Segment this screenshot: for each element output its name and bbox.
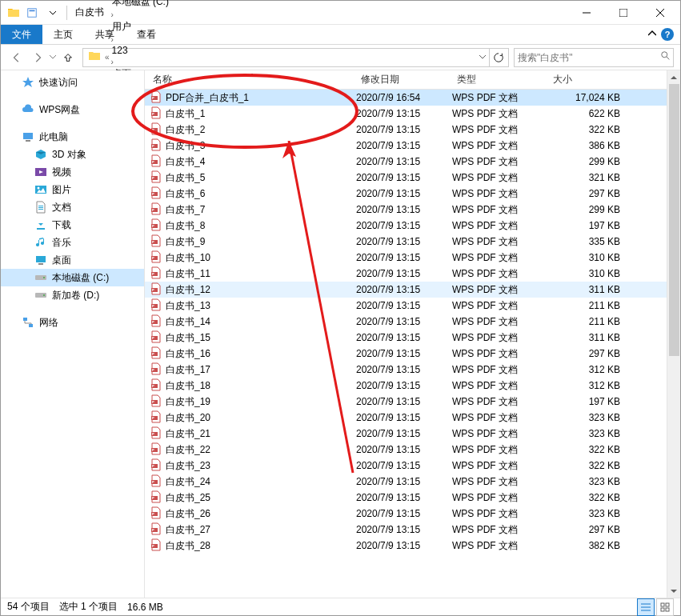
breadcrumb-item[interactable]: 123: [110, 45, 170, 56]
scroll-thumb[interactable]: [669, 84, 679, 356]
view-details-button[interactable]: [637, 598, 655, 616]
sidebar-item[interactable]: 新加卷 (D:): [1, 286, 144, 304]
sidebar-item[interactable]: 文档: [1, 198, 144, 216]
pdf-icon: P: [150, 266, 162, 282]
file-row[interactable]: P白皮书_10 2020/7/9 13:15 WPS PDF 文档 310 KB: [145, 250, 667, 266]
file-date: 2020/7/9 13:15: [356, 156, 452, 167]
file-name: 白皮书_18: [166, 379, 210, 393]
address-bar[interactable]: « ›本地磁盘 (C:)›用户›123›桌面›新建文件夹›白皮书: [82, 48, 509, 67]
file-date: 2020/7/9 13:15: [356, 188, 452, 199]
svg-rect-3: [619, 9, 627, 17]
chevron-left-icon[interactable]: «: [104, 53, 110, 62]
file-row[interactable]: P白皮书_13 2020/7/9 13:15 WPS PDF 文档 211 KB: [145, 298, 667, 314]
sidebar-item[interactable]: 桌面: [1, 251, 144, 269]
file-row[interactable]: P白皮书_28 2020/7/9 13:15 WPS PDF 文档 382 KB: [145, 538, 667, 554]
sidebar-item[interactable]: 本地磁盘 (C:): [1, 269, 144, 286]
maximize-button[interactable]: [605, 1, 642, 24]
file-row[interactable]: P白皮书_25 2020/7/9 13:15 WPS PDF 文档 322 KB: [145, 490, 667, 506]
qa-dropdown-icon[interactable]: [44, 4, 62, 22]
pdf-icon: P: [150, 346, 162, 362]
file-list[interactable]: PPDF合并_白皮书_1 2020/7/9 16:54 WPS PDF 文档 1…: [145, 90, 667, 598]
nav-up-button[interactable]: [58, 48, 78, 67]
search-icon[interactable]: [660, 50, 671, 64]
file-row[interactable]: P白皮书_24 2020/7/9 13:15 WPS PDF 文档 323 KB: [145, 474, 667, 490]
file-row[interactable]: P白皮书_7 2020/7/9 13:15 WPS PDF 文档 299 KB: [145, 202, 667, 218]
sidebar-this-pc[interactable]: 此电脑: [1, 128, 144, 146]
menubar: 文件 主页 共享 查看 ?: [1, 25, 680, 44]
file-row[interactable]: P白皮书_11 2020/7/9 13:15 WPS PDF 文档 310 KB: [145, 266, 667, 282]
column-headers: 名称 修改日期 类型 大小: [145, 70, 667, 90]
file-type: WPS PDF 文档: [452, 395, 548, 409]
column-date[interactable]: 修改日期: [356, 73, 452, 86]
file-name: 白皮书_5: [166, 171, 205, 185]
file-row[interactable]: P白皮书_1 2020/7/9 13:15 WPS PDF 文档 622 KB: [145, 106, 667, 122]
file-date: 2020/7/9 13:15: [356, 540, 452, 551]
file-date: 2020/7/9 13:15: [356, 252, 452, 263]
file-row[interactable]: P白皮书_6 2020/7/9 13:15 WPS PDF 文档 297 KB: [145, 186, 667, 202]
file-name: 白皮书_4: [166, 155, 205, 169]
sidebar-wps-cloud[interactable]: WPS网盘: [1, 101, 144, 118]
file-type: WPS PDF 文档: [452, 171, 548, 185]
sidebar-network[interactable]: 网络: [1, 314, 144, 331]
file-row[interactable]: PPDF合并_白皮书_1 2020/7/9 16:54 WPS PDF 文档 1…: [145, 90, 667, 106]
qa-properties-icon[interactable]: [23, 4, 41, 22]
chevron-right-icon[interactable]: ›: [110, 10, 114, 19]
search-input[interactable]: [518, 52, 670, 63]
file-row[interactable]: P白皮书_17 2020/7/9 13:15 WPS PDF 文档 312 KB: [145, 362, 667, 378]
file-row[interactable]: P白皮书_5 2020/7/9 13:15 WPS PDF 文档 321 KB: [145, 170, 667, 186]
address-dropdown[interactable]: [476, 55, 489, 60]
breadcrumb-item[interactable]: 用户: [110, 20, 170, 34]
file-row[interactable]: P白皮书_26 2020/7/9 13:15 WPS PDF 文档 323 KB: [145, 506, 667, 522]
column-type[interactable]: 类型: [452, 73, 548, 86]
file-row[interactable]: P白皮书_8 2020/7/9 13:15 WPS PDF 文档 197 KB: [145, 218, 667, 234]
chevron-right-icon[interactable]: ›: [110, 35, 114, 44]
sidebar-item[interactable]: 下载: [1, 216, 144, 234]
nav-back-button[interactable]: [7, 48, 26, 67]
scrollbar-vertical[interactable]: [667, 70, 680, 598]
file-row[interactable]: P白皮书_18 2020/7/9 13:15 WPS PDF 文档 312 KB: [145, 378, 667, 394]
scroll-down-button[interactable]: [667, 584, 680, 598]
pdf-icon: P: [150, 522, 162, 538]
file-row[interactable]: P白皮书_2 2020/7/9 13:15 WPS PDF 文档 322 KB: [145, 122, 667, 138]
nav-forward-button[interactable]: [28, 48, 47, 67]
file-row[interactable]: P白皮书_14 2020/7/9 13:15 WPS PDF 文档 211 KB: [145, 314, 667, 330]
nav-history-dropdown[interactable]: [49, 55, 57, 60]
sidebar-item[interactable]: 视频: [1, 163, 144, 181]
file-row[interactable]: P白皮书_27 2020/7/9 13:15 WPS PDF 文档 297 KB: [145, 522, 667, 538]
menu-home[interactable]: 主页: [42, 25, 84, 45]
view-icons-button[interactable]: [656, 598, 674, 616]
file-row[interactable]: P白皮书_22 2020/7/9 13:15 WPS PDF 文档 322 KB: [145, 442, 667, 458]
sidebar-item[interactable]: 音乐: [1, 234, 144, 251]
pdf-icon: P: [150, 202, 162, 218]
svg-text:P: P: [152, 144, 154, 148]
file-row[interactable]: P白皮书_21 2020/7/9 13:15 WPS PDF 文档 323 KB: [145, 426, 667, 442]
svg-rect-83: [666, 603, 669, 606]
file-row[interactable]: P白皮书_9 2020/7/9 13:15 WPS PDF 文档 335 KB: [145, 234, 667, 250]
search-box[interactable]: [514, 48, 674, 67]
menu-file[interactable]: 文件: [1, 25, 42, 44]
pdf-icon: P: [150, 378, 162, 394]
file-row[interactable]: P白皮书_12 2020/7/9 13:15 WPS PDF 文档 311 KB: [145, 282, 667, 298]
file-row[interactable]: P白皮书_3 2020/7/9 13:15 WPS PDF 文档 386 KB: [145, 138, 667, 154]
sidebar-item[interactable]: 图片: [1, 181, 144, 198]
file-row[interactable]: P白皮书_16 2020/7/9 13:15 WPS PDF 文档 297 KB: [145, 346, 667, 362]
chevron-right-icon[interactable]: ›: [110, 58, 114, 66]
file-row[interactable]: P白皮书_15 2020/7/9 13:15 WPS PDF 文档 311 KB: [145, 330, 667, 346]
sidebar-quick-access[interactable]: 快速访问: [1, 74, 144, 91]
file-row[interactable]: P白皮书_20 2020/7/9 13:15 WPS PDF 文档 323 KB: [145, 410, 667, 426]
column-name[interactable]: 名称: [148, 73, 356, 86]
close-button[interactable]: [642, 1, 679, 24]
file-row[interactable]: P白皮书_19 2020/7/9 13:15 WPS PDF 文档 197 KB: [145, 394, 667, 410]
minimize-button[interactable]: [568, 1, 605, 24]
ribbon-collapse-icon[interactable]: [648, 29, 656, 40]
file-row[interactable]: P白皮书_4 2020/7/9 13:15 WPS PDF 文档 299 KB: [145, 154, 667, 170]
file-date: 2020/7/9 13:15: [356, 268, 452, 279]
refresh-button[interactable]: [489, 49, 507, 66]
help-icon[interactable]: ?: [661, 28, 674, 41]
breadcrumb-item[interactable]: 本地磁盘 (C:): [110, 0, 170, 9]
scroll-up-button[interactable]: [667, 70, 680, 84]
sidebar-item[interactable]: 3D 对象: [1, 146, 144, 163]
column-size[interactable]: 大小: [548, 73, 628, 86]
file-date: 2020/7/9 13:15: [356, 396, 452, 407]
file-row[interactable]: P白皮书_23 2020/7/9 13:15 WPS PDF 文档 322 KB: [145, 458, 667, 474]
